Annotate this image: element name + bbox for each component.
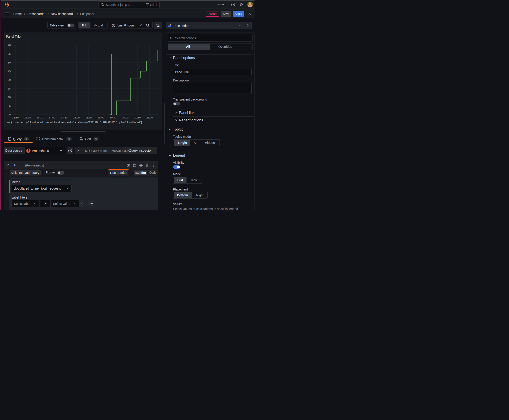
svg-text:17:00: 17:00 [49,116,55,119]
svg-text:18:30: 18:30 [85,116,92,119]
svg-text:19:30: 19:30 [110,116,116,119]
svg-text:20:00: 20:00 [122,116,128,119]
svg-text:16:00: 16:00 [24,116,31,119]
svg-text:15:30: 15:30 [12,116,19,119]
svg-text:15: 15 [8,87,11,90]
svg-text:19:00: 19:00 [97,116,104,119]
svg-text:21:00: 21:00 [146,116,153,119]
svg-text:20: 20 [8,79,11,81]
svg-text:25: 25 [8,70,11,73]
svg-text:5: 5 [9,105,11,107]
svg-text:10: 10 [8,96,11,98]
svg-text:18:00: 18:00 [73,116,80,119]
svg-text:40: 40 [8,44,11,46]
svg-text:16:30: 16:30 [37,116,43,119]
svg-text:17:30: 17:30 [61,116,67,119]
svg-text:20:30: 20:30 [134,116,140,119]
svg-text:30: 30 [8,61,11,64]
svg-text:{__name__="cloudflared_tunnel_: {__name__="cloudflared_tunnel_total_requ… [11,120,142,124]
svg-text:0: 0 [9,113,11,116]
svg-text:35: 35 [8,52,11,55]
